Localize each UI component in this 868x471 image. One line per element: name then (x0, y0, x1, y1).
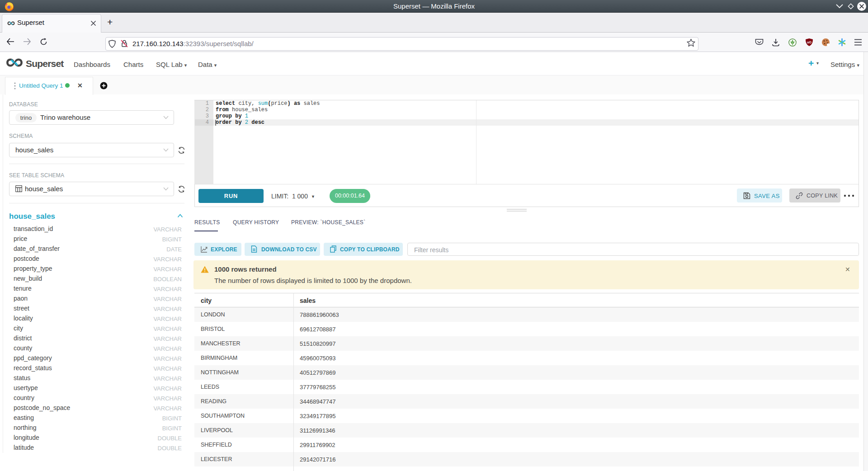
svg-text:uO: uO (807, 41, 811, 44)
